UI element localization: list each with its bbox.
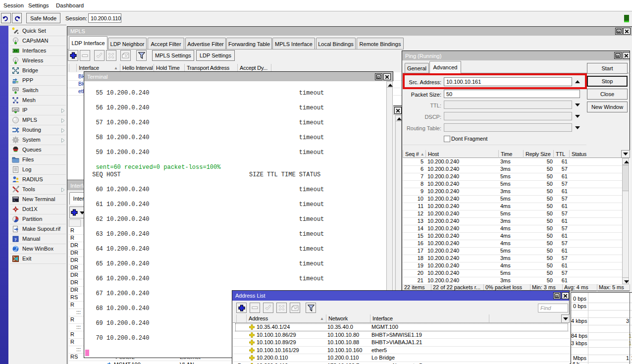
svg-text:255: 255 — [13, 108, 19, 111]
svg-text:?: ? — [14, 237, 17, 242]
svg-text:>_: >_ — [13, 199, 17, 202]
